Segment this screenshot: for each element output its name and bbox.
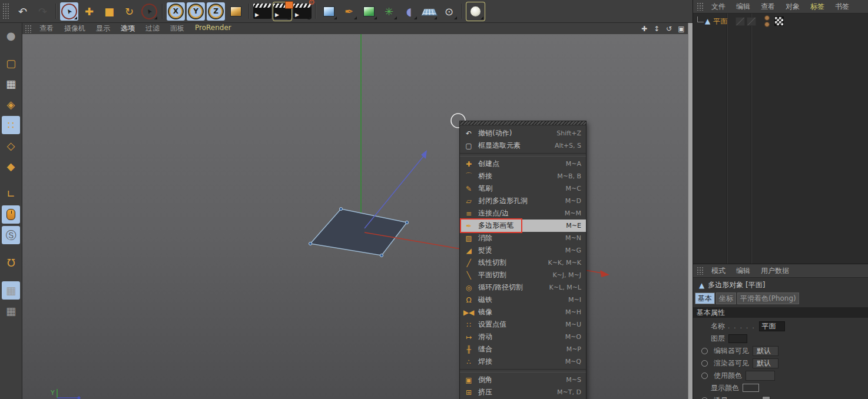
options-menu[interactable]: 选项 [115,24,140,34]
soft-selection-button[interactable]: Ⓢ [2,226,20,244]
vertex-point[interactable] [405,221,408,224]
menu-item-slide[interactable]: ↦ 滑动 M~O [460,331,586,343]
texture-mode-button[interactable]: ▦ [2,75,20,93]
menu-item-dissolve[interactable]: ▨ 消除 M~N [460,232,586,244]
display-color-swatch[interactable] [743,384,759,392]
lock-x-axis-button[interactable]: X [167,2,185,21]
move-tool-button[interactable]: ✚ [80,2,98,21]
menu-item-stitch-sew[interactable]: ╫ 缝合 M~P [460,343,586,355]
menu-item-bridge[interactable]: ⌒ 桥接 M~B, B [460,170,586,182]
add-light-button[interactable] [466,2,485,21]
panel-menu[interactable]: 面板 [165,24,190,34]
objects-menu[interactable]: 对象 [780,2,805,12]
viewport-canvas[interactable]: Y [22,34,688,399]
menu-item-connect-points-edges[interactable]: ≡ 连接点/边 M~M [460,207,586,220]
edit-menu[interactable]: 编辑 [731,2,756,12]
tags-menu[interactable]: 标签 [805,2,830,12]
vertex-point[interactable] [380,254,383,257]
file-menu[interactable]: 文件 [706,2,731,12]
add-deformer-button[interactable]: ◖ [400,2,418,21]
menu-item-extrude[interactable]: ⊞ 挤压 M~T, D [460,386,586,398]
keyframe-circle[interactable] [701,348,708,354]
workplane-mode-button[interactable]: ◈ [2,95,20,114]
rotate-tool-button[interactable]: ↻ [120,2,138,21]
enable-axis-button[interactable]: ∟ [2,185,20,203]
use-color-dropdown[interactable] [746,371,775,381]
menu-item-bevel[interactable]: ▣ 倒角 M~S [460,374,586,386]
keyframe-circle[interactable] [701,373,708,379]
add-subdivision-surface-button[interactable] [360,2,378,21]
tab-basic[interactable]: 基本 [695,292,715,304]
menu-item-create-point[interactable]: ✚ 创建点 M~A [460,158,586,170]
live-selection-tool-button[interactable]: ➤ [60,2,78,21]
tab-coordinates[interactable]: 坐标 [716,292,736,304]
keyframe-circle[interactable] [701,397,708,399]
make-editable-button[interactable]: ● [2,26,20,45]
section-header[interactable]: 基本属性 [693,307,868,318]
model-mode-button[interactable]: ▢ [2,54,20,72]
undo-button[interactable]: ↶ [14,2,32,21]
polygons-mode-button[interactable]: ◆ [2,157,20,175]
renderer-visible-dropdown[interactable]: 默认 [753,358,778,368]
add-spline-button[interactable]: ✒ [340,2,358,21]
name-input[interactable]: 平面 [759,321,785,331]
menubar-grip[interactable] [697,267,704,275]
add-camera-button[interactable]: ⊙ [440,2,458,21]
plane-object[interactable] [310,209,407,255]
render-settings-button[interactable]: ▶ [293,2,312,21]
tab-phong[interactable]: 平滑着色(Phong) [737,292,799,304]
add-primitive-button[interactable] [320,2,338,21]
camera-menu[interactable]: 摄像机 [59,24,91,34]
view-menu[interactable]: 查看 [34,24,59,34]
menu-item-iron[interactable]: ◢ 熨烫 M~G [460,244,586,257]
uvw-tag-icon[interactable] [774,16,784,26]
pan-view-icon[interactable]: ✚ [640,25,648,33]
tweak-mode-button[interactable] [2,205,20,224]
edit-menu[interactable]: 编辑 [731,266,756,276]
object-name[interactable]: 平面 [713,16,727,26]
menu-item-loop-path-cut[interactable]: ◎ 循环/路径切割 K~L, M~L [460,281,586,294]
editor-visible-dropdown[interactable]: 默认 [753,346,778,356]
menu-item-set-point-value[interactable]: ∷ 设置点值 M~U [460,318,586,331]
editor-visibility-dot[interactable] [764,15,770,21]
toggle-view-icon[interactable]: ▣ [677,25,685,33]
lock-y-axis-button[interactable]: Y [187,2,205,21]
enable-toggle[interactable] [747,17,756,26]
object-manager[interactable]: ▲ 平面 [693,14,868,264]
vertex-point[interactable] [309,242,312,245]
points-mode-button[interactable]: ∷ [2,116,20,134]
enable-snap-button[interactable]: Ω [2,254,20,272]
menubar-grip[interactable] [25,25,32,33]
view-menu[interactable]: 查看 [756,2,780,12]
enable-toggle[interactable] [736,17,745,26]
edges-mode-button[interactable]: ◇ [2,137,20,155]
menu-item-plane-cut[interactable]: ╲ 平面切割 K~J, M~J [460,269,586,281]
mode-menu[interactable]: 模式 [706,266,731,276]
render-picture-viewer-button[interactable]: ▶ [273,2,291,21]
add-array-button[interactable]: ✳ [380,2,398,21]
toolbar-grip[interactable] [2,3,9,19]
menu-item-line-cut[interactable]: ╱ 线性切割 K~K, M~K [460,257,586,269]
xray-checkbox[interactable] [762,396,770,399]
layer-field[interactable] [728,334,747,343]
zoom-view-icon[interactable]: ↕ [652,25,661,33]
menu-item-undo-action[interactable]: ↶ 撤销(动作) Shift+Z [460,127,586,139]
vertex-point[interactable] [339,207,342,210]
add-floor-button[interactable] [420,2,438,21]
render-view-button[interactable]: ▶ [253,2,271,21]
scale-tool-button[interactable]: ■ [100,2,118,21]
render-visibility-dot[interactable] [764,22,770,27]
object-row-plane[interactable]: ▲ 平面 [693,15,868,27]
filter-menu[interactable]: 过滤 [140,24,165,34]
workplane-align-button[interactable]: ▦ [2,302,20,320]
workplane-lock-button[interactable]: ▦ [2,281,20,300]
coordinate-system-button[interactable] [227,2,245,21]
redo-button[interactable]: ↷ [34,2,52,21]
menu-item-brush[interactable]: ✎ 笔刷 M~C [460,182,586,195]
prorender-menu[interactable]: ProRender [190,24,237,34]
menu-item-mirror[interactable]: ▶◀ 镜像 M~H [460,306,586,318]
bookmarks-menu[interactable]: 书签 [830,2,854,12]
lock-z-axis-button[interactable]: Z [207,2,225,21]
menu-item-close-polygon-hole[interactable]: ▱ 封闭多边形孔洞 M~D [460,195,586,207]
keyframe-circle[interactable] [701,360,708,367]
